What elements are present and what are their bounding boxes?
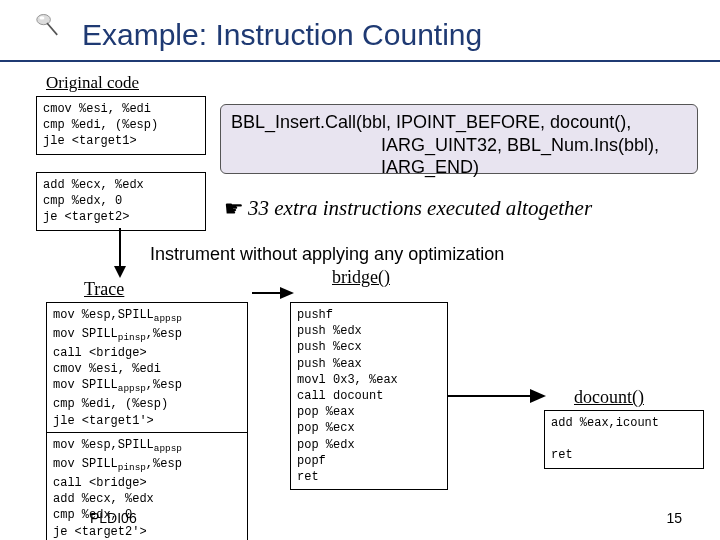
trace-heading: Trace <box>84 280 124 298</box>
instrument-note: Instrument without applying any optimiza… <box>150 244 504 265</box>
trace-code-block-1: mov %esp,SPILLappspmov SPILLpinsp,%espca… <box>46 302 248 434</box>
svg-point-1 <box>39 16 44 19</box>
slide: Example: Instruction Counting Original c… <box>0 0 720 540</box>
svg-marker-8 <box>530 389 546 403</box>
svg-line-2 <box>47 23 57 35</box>
svg-marker-6 <box>280 287 294 299</box>
bridge-heading: bridge() <box>332 268 390 286</box>
svg-point-0 <box>37 15 51 25</box>
api-line-3: IARG_END) <box>231 156 687 179</box>
pushpin-icon <box>30 6 64 40</box>
slide-title: Example: Instruction Counting <box>82 18 482 52</box>
docount-heading: docount() <box>574 388 644 406</box>
original-heading: Original code <box>46 74 139 91</box>
down-arrow-icon <box>108 228 132 280</box>
original-code-block-1: cmov %esi, %edi cmp %edi, (%esp) jle <ta… <box>36 96 206 155</box>
page-number: 15 <box>666 510 682 526</box>
extra-instructions-note: 33 extra instructions executed altogethe… <box>248 196 592 221</box>
docount-code-block: add %eax,icount ret <box>544 410 704 469</box>
api-call-box: BBL_Insert.Call(bbl, IPOINT_BEFORE, doco… <box>220 104 698 174</box>
title-rule <box>0 60 720 62</box>
svg-marker-4 <box>114 266 126 278</box>
api-line-2: IARG_UINT32, BBL_Num.Ins(bbl), <box>231 134 687 157</box>
right-arrow-icon <box>448 386 546 406</box>
original-code-block-2: add %ecx, %edx cmp %edx, 0 je <target2> <box>36 172 206 231</box>
pointing-hand-icon: ☛ <box>224 196 244 222</box>
api-line-1: BBL_Insert.Call(bbl, IPOINT_BEFORE, doco… <box>231 111 687 134</box>
right-arrow-icon <box>252 284 294 302</box>
footer-text: PLDI06 <box>90 510 137 526</box>
trace-code-block-2: mov %esp,SPILLappspmov SPILLpinsp,%espca… <box>46 432 248 540</box>
bridge-code-block: pushf push %edx push %ecx push %eax movl… <box>290 302 448 490</box>
